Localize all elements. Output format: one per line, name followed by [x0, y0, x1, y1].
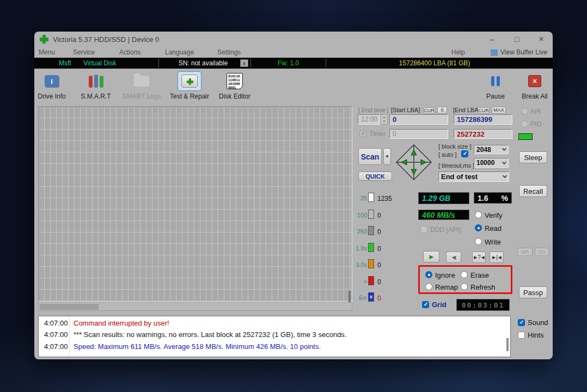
stat-block-err: x [368, 292, 374, 302]
start-lba-cur-button[interactable]: CUR [423, 107, 435, 114]
seek-error-button[interactable]: ►?◄ [472, 252, 486, 263]
ddd-api-label: DDD (API) [430, 226, 461, 234]
stat-label-over: > [347, 278, 367, 285]
menu-item-service[interactable]: Service [73, 48, 95, 56]
stat-label-25: 25 [347, 195, 367, 201]
direction-pad[interactable] [395, 143, 433, 181]
mode-read-radio[interactable] [475, 224, 482, 231]
last-block-field: 2527232 [454, 129, 512, 139]
timeout-combo[interactable]: 10000 [474, 158, 509, 168]
device-firmware: Fw: 1.0 [252, 58, 325, 69]
log-scrollbar[interactable] [506, 338, 509, 351]
scan-dropdown-button[interactable]: ▼ [383, 148, 391, 165]
pio-radio [521, 120, 528, 127]
folder-icon [134, 76, 149, 87]
toolbar-button-break-all[interactable]: × Break All [519, 71, 551, 100]
action-ignore-label: Ignore [435, 271, 455, 279]
end-lba-label: [End LBA] [453, 107, 480, 113]
action-refresh-radio[interactable] [461, 283, 468, 290]
scan-grid-canvas [38, 106, 352, 302]
log-row: 4:07:00 *** Scan results: no warnings, n… [39, 329, 510, 340]
end-lba-max-button[interactable]: MAX [492, 107, 506, 114]
menu-item-menu[interactable]: Menu [39, 48, 55, 56]
start-lba-field[interactable]: 0 [389, 114, 448, 125]
grid-checkbox[interactable] [422, 301, 429, 308]
hints-checkbox[interactable] [518, 332, 525, 339]
mode-write-radio[interactable] [475, 238, 482, 245]
end-action-combo[interactable]: End of test [438, 171, 509, 182]
menu-item-actions[interactable]: Actions [119, 48, 140, 56]
action-erase-label: Erase [470, 271, 489, 279]
minimize-button[interactable]: – [484, 34, 500, 44]
log-row: 4:07:00 Speed: Maximum 611 MB/s. Average… [39, 341, 510, 352]
grid-horizontal-scrollbar[interactable] [38, 302, 352, 311]
toolbar-label: Drive Info [38, 93, 65, 100]
menu-item-help[interactable]: Help [451, 48, 465, 56]
action-erase-radio[interactable] [461, 271, 468, 278]
stat-label-1s: 1.0s [347, 245, 367, 252]
toolbar-label: Disk Editor [219, 93, 250, 100]
smart-tubes-icon [89, 75, 103, 88]
action-remap-radio[interactable] [425, 283, 432, 290]
toolbar-button-smart-logs: SMART Logs [121, 71, 162, 100]
start-lba-label: [Start LBA] [391, 107, 420, 113]
rd-button: RD [535, 248, 549, 256]
log-row: 4:07:00 Command interrupted by user! [39, 317, 510, 329]
api-radio [521, 108, 528, 115]
action-ignore-radio[interactable] [425, 271, 432, 278]
menu-item-language[interactable]: Language [165, 48, 194, 56]
stat-value-1s: 0 [377, 245, 381, 253]
scan-button[interactable]: Scan [358, 148, 382, 165]
toolbar-label: SMART Logs [123, 93, 161, 100]
quick-button[interactable]: QUICK [358, 171, 392, 181]
play-forward-button[interactable]: ► [423, 251, 439, 262]
stat-value-250: 0 [377, 228, 381, 236]
device-model: Virtual Disk [83, 58, 116, 69]
block-size-combo[interactable]: 2048 [474, 145, 509, 154]
stat-block-3s [368, 259, 374, 268]
toolbar-button-smart[interactable]: S.M.A.R.T [79, 71, 113, 100]
stat-label-100: 100 [347, 212, 367, 218]
toolbar-button-disk-editor[interactable]: 010110110011 1010000001 Disk Editor [219, 71, 250, 100]
step-button[interactable]: ►|◄ [490, 252, 504, 263]
log-message: Command interrupted by user! [74, 319, 169, 327]
percent-display: 1.6% [474, 192, 512, 204]
pio-label: PIO [530, 120, 542, 128]
toolbar-button-test-repair[interactable]: Test & Repair [173, 71, 206, 100]
end-time-spinner-arrows: ▲▼ [381, 114, 388, 125]
device-vendor: Msft [59, 58, 71, 69]
timer-field: 0 [389, 129, 448, 139]
stat-label-250: 250 [347, 228, 367, 235]
log-message: Speed: Maximum 611 MB/s. Average 518 MB/… [74, 342, 321, 351]
mode-verify-label: Verify [485, 211, 503, 219]
mode-write-label: Write [485, 238, 501, 246]
stat-block-25 [368, 193, 374, 202]
title-bar: Victoria 5.37 HDD/SSD | Device 0 – □ × [34, 32, 553, 47]
sound-checkbox[interactable] [518, 319, 525, 326]
toolbar-button-drive-info[interactable]: i Drive Info [36, 71, 68, 100]
mode-verify-radio[interactable] [475, 211, 482, 218]
end-lba-cur-button[interactable]: CUR [478, 107, 490, 114]
stat-value-3s: 0 [377, 261, 381, 269]
maximize-button[interactable]: □ [509, 34, 525, 44]
recall-button[interactable]: Recall [519, 185, 547, 197]
auto-checkbox[interactable] [461, 150, 468, 157]
end-lba-field[interactable]: 157286399 [454, 114, 512, 125]
rewind-button[interactable]: ◄ [446, 252, 461, 263]
log-message: *** Scan results: no warnings, no errors… [74, 330, 346, 339]
activity-led [518, 133, 533, 140]
start-lba-zero-button[interactable]: 0 [437, 107, 447, 114]
grid-hscroll-thumb[interactable] [40, 304, 99, 310]
app-cross-icon [40, 35, 48, 44]
toolbar-button-pause[interactable]: Pause [481, 71, 510, 100]
passp-button[interactable]: Passp [519, 286, 547, 298]
close-button[interactable]: × [533, 34, 549, 44]
log-time: 4:07:00 [44, 319, 68, 327]
sleep-button[interactable]: Sleep [519, 151, 547, 163]
break-x-icon: × [528, 75, 541, 87]
device-serial: SN: not available [166, 58, 240, 69]
menu-item-settings[interactable]: Settings [217, 48, 241, 56]
stat-value-25: 1235 [377, 195, 392, 203]
view-buffer-live-button[interactable]: View Buffer Live [500, 48, 547, 56]
strip-close-button[interactable]: x [240, 59, 248, 67]
